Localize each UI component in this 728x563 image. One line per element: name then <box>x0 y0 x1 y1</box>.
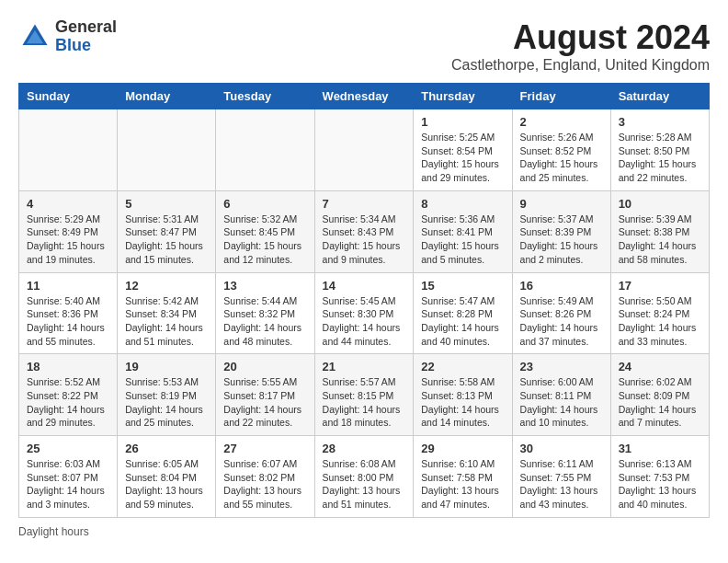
calendar-cell: 27Sunrise: 6:07 AM Sunset: 8:02 PM Dayli… <box>216 436 314 518</box>
calendar-cell: 9Sunrise: 5:37 AM Sunset: 8:39 PM Daylig… <box>512 190 610 272</box>
day-number: 1 <box>421 115 504 129</box>
day-number: 25 <box>27 442 109 455</box>
day-number: 28 <box>323 442 406 455</box>
column-header-friday: Friday <box>512 84 610 109</box>
day-info: Sunrise: 5:37 AM Sunset: 8:39 PM Dayligh… <box>520 213 603 267</box>
month-title: August 2024 <box>451 18 710 57</box>
day-info: Sunrise: 6:10 AM Sunset: 7:58 PM Dayligh… <box>421 457 504 511</box>
calendar-cell: 3Sunrise: 5:28 AM Sunset: 8:50 PM Daylig… <box>610 109 709 191</box>
day-number: 31 <box>619 442 701 455</box>
day-number: 17 <box>619 279 701 293</box>
day-info: Sunrise: 5:49 AM Sunset: 8:26 PM Dayligh… <box>520 294 603 349</box>
calendar-cell <box>216 109 314 191</box>
calendar-cell: 6Sunrise: 5:32 AM Sunset: 8:45 PM Daylig… <box>216 190 314 272</box>
day-info: Sunrise: 5:42 AM Sunset: 8:34 PM Dayligh… <box>125 294 208 349</box>
daylight-hours-label: Daylight hours <box>18 525 89 538</box>
calendar-cell: 19Sunrise: 5:53 AM Sunset: 8:19 PM Dayli… <box>118 354 216 436</box>
day-number: 2 <box>520 115 603 129</box>
day-number: 4 <box>27 197 109 211</box>
day-number: 30 <box>520 442 603 455</box>
logo-text: General Blue <box>55 18 117 55</box>
day-number: 6 <box>223 197 306 211</box>
day-info: Sunrise: 5:28 AM Sunset: 8:50 PM Dayligh… <box>619 131 701 185</box>
calendar-cell: 18Sunrise: 5:52 AM Sunset: 8:22 PM Dayli… <box>19 354 118 436</box>
day-number: 21 <box>323 360 406 373</box>
day-info: Sunrise: 5:36 AM Sunset: 8:41 PM Dayligh… <box>421 213 504 267</box>
logo-blue-text: Blue <box>55 37 117 55</box>
calendar-cell <box>19 109 118 191</box>
footer-note: Daylight hours <box>18 525 710 538</box>
logo: General Blue <box>18 18 117 55</box>
day-info: Sunrise: 5:53 AM Sunset: 8:19 PM Dayligh… <box>125 375 208 430</box>
calendar-cell: 17Sunrise: 5:50 AM Sunset: 8:24 PM Dayli… <box>610 272 709 354</box>
calendar-week-2: 4Sunrise: 5:29 AM Sunset: 8:49 PM Daylig… <box>19 190 710 272</box>
calendar-cell: 8Sunrise: 5:36 AM Sunset: 8:41 PM Daylig… <box>414 190 512 272</box>
day-number: 19 <box>125 360 208 373</box>
day-info: Sunrise: 6:08 AM Sunset: 8:00 PM Dayligh… <box>323 457 406 511</box>
column-header-saturday: Saturday <box>610 84 709 109</box>
day-number: 13 <box>223 279 306 293</box>
day-info: Sunrise: 5:32 AM Sunset: 8:45 PM Dayligh… <box>223 213 306 267</box>
day-number: 27 <box>223 442 306 455</box>
day-info: Sunrise: 6:00 AM Sunset: 8:11 PM Dayligh… <box>520 375 603 430</box>
calendar-week-5: 25Sunrise: 6:03 AM Sunset: 8:07 PM Dayli… <box>19 436 710 518</box>
calendar-cell: 24Sunrise: 6:02 AM Sunset: 8:09 PM Dayli… <box>610 354 709 436</box>
day-number: 10 <box>619 197 701 211</box>
calendar-cell: 11Sunrise: 5:40 AM Sunset: 8:36 PM Dayli… <box>19 272 118 354</box>
day-info: Sunrise: 5:40 AM Sunset: 8:36 PM Dayligh… <box>27 294 109 349</box>
day-number: 5 <box>125 197 208 211</box>
day-number: 15 <box>421 279 504 293</box>
calendar-cell: 25Sunrise: 6:03 AM Sunset: 8:07 PM Dayli… <box>19 436 118 518</box>
calendar-cell: 15Sunrise: 5:47 AM Sunset: 8:28 PM Dayli… <box>414 272 512 354</box>
calendar-cell: 5Sunrise: 5:31 AM Sunset: 8:47 PM Daylig… <box>118 190 216 272</box>
day-number: 23 <box>520 360 603 373</box>
calendar-cell: 31Sunrise: 6:13 AM Sunset: 7:53 PM Dayli… <box>610 436 709 518</box>
day-number: 22 <box>421 360 504 373</box>
calendar-week-3: 11Sunrise: 5:40 AM Sunset: 8:36 PM Dayli… <box>19 272 710 354</box>
day-info: Sunrise: 5:47 AM Sunset: 8:28 PM Dayligh… <box>421 294 504 349</box>
day-info: Sunrise: 5:31 AM Sunset: 8:47 PM Dayligh… <box>125 213 208 267</box>
day-number: 11 <box>27 279 109 293</box>
day-info: Sunrise: 5:45 AM Sunset: 8:30 PM Dayligh… <box>323 294 406 349</box>
day-info: Sunrise: 6:02 AM Sunset: 8:09 PM Dayligh… <box>619 375 701 430</box>
day-number: 7 <box>323 197 406 211</box>
logo-general-text: General <box>55 18 117 37</box>
column-header-wednesday: Wednesday <box>314 84 414 109</box>
day-number: 18 <box>27 360 109 373</box>
calendar-cell <box>118 109 216 191</box>
day-info: Sunrise: 5:34 AM Sunset: 8:43 PM Dayligh… <box>323 213 406 267</box>
title-block: August 2024 Castlethorpe, England, Unite… <box>451 18 710 74</box>
day-info: Sunrise: 5:29 AM Sunset: 8:49 PM Dayligh… <box>27 213 109 267</box>
day-number: 24 <box>619 360 701 373</box>
day-number: 12 <box>125 279 208 293</box>
calendar-cell: 4Sunrise: 5:29 AM Sunset: 8:49 PM Daylig… <box>19 190 118 272</box>
calendar-week-1: 1Sunrise: 5:25 AM Sunset: 8:54 PM Daylig… <box>19 109 710 191</box>
calendar-table: SundayMondayTuesdayWednesdayThursdayFrid… <box>18 83 710 518</box>
calendar-header-row: SundayMondayTuesdayWednesdayThursdayFrid… <box>19 84 710 109</box>
page-header: General Blue August 2024 Castlethorpe, E… <box>18 18 710 74</box>
logo-icon <box>18 20 51 53</box>
calendar-cell: 20Sunrise: 5:55 AM Sunset: 8:17 PM Dayli… <box>216 354 314 436</box>
day-info: Sunrise: 5:55 AM Sunset: 8:17 PM Dayligh… <box>223 375 306 430</box>
day-info: Sunrise: 5:44 AM Sunset: 8:32 PM Dayligh… <box>223 294 306 349</box>
day-info: Sunrise: 5:25 AM Sunset: 8:54 PM Dayligh… <box>421 131 504 185</box>
column-header-tuesday: Tuesday <box>216 84 314 109</box>
day-number: 29 <box>421 442 504 455</box>
day-number: 20 <box>223 360 306 373</box>
calendar-cell: 10Sunrise: 5:39 AM Sunset: 8:38 PM Dayli… <box>610 190 709 272</box>
column-header-thursday: Thursday <box>414 84 512 109</box>
calendar-week-4: 18Sunrise: 5:52 AM Sunset: 8:22 PM Dayli… <box>19 354 710 436</box>
day-info: Sunrise: 5:26 AM Sunset: 8:52 PM Dayligh… <box>520 131 603 185</box>
day-info: Sunrise: 6:11 AM Sunset: 7:55 PM Dayligh… <box>520 457 603 511</box>
day-info: Sunrise: 5:57 AM Sunset: 8:15 PM Dayligh… <box>323 375 406 430</box>
column-header-sunday: Sunday <box>19 84 118 109</box>
calendar-cell: 1Sunrise: 5:25 AM Sunset: 8:54 PM Daylig… <box>414 109 512 191</box>
day-info: Sunrise: 5:58 AM Sunset: 8:13 PM Dayligh… <box>421 375 504 430</box>
calendar-cell: 13Sunrise: 5:44 AM Sunset: 8:32 PM Dayli… <box>216 272 314 354</box>
day-number: 16 <box>520 279 603 293</box>
day-info: Sunrise: 6:13 AM Sunset: 7:53 PM Dayligh… <box>619 457 701 511</box>
calendar-cell: 28Sunrise: 6:08 AM Sunset: 8:00 PM Dayli… <box>314 436 414 518</box>
calendar-cell: 23Sunrise: 6:00 AM Sunset: 8:11 PM Dayli… <box>512 354 610 436</box>
calendar-cell: 16Sunrise: 5:49 AM Sunset: 8:26 PM Dayli… <box>512 272 610 354</box>
calendar-cell: 14Sunrise: 5:45 AM Sunset: 8:30 PM Dayli… <box>314 272 414 354</box>
